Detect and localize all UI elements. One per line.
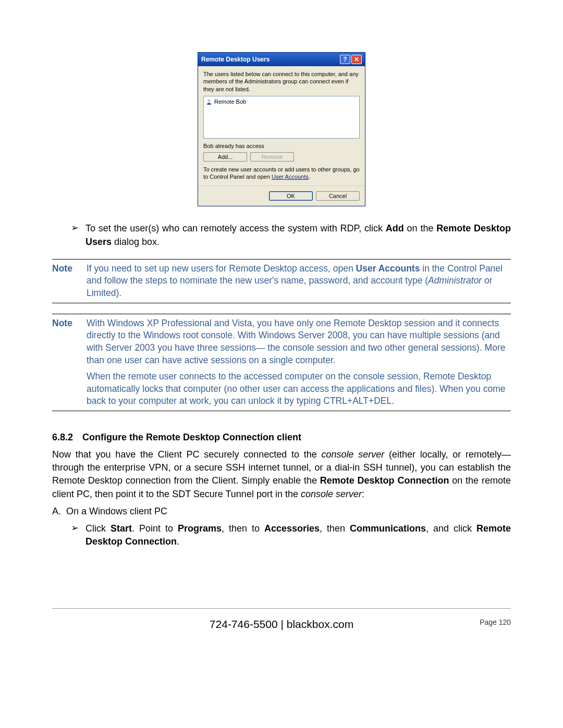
ok-button[interactable]: OK — [269, 191, 313, 201]
bullet-item: ➢ To set the user(s) who can remotely ac… — [71, 222, 511, 248]
page-number: Page 120 — [480, 618, 511, 626]
user-accounts-link[interactable]: User Accounts — [272, 174, 309, 180]
heading-number: 6.8.2 — [52, 432, 73, 443]
footer-contact: 724-746-5500 | blackbox.com — [210, 618, 353, 631]
add-button[interactable]: Add... — [203, 152, 247, 162]
screenshot-dialog: Remote Desktop Users ? ✕ The users liste… — [52, 52, 511, 206]
note-box: Note With Windows XP Professional and Vi… — [52, 314, 511, 411]
access-status: Bob already has access — [203, 143, 360, 149]
close-icon[interactable]: ✕ — [351, 55, 362, 64]
note-box: Note If you need to set up new users for… — [52, 259, 511, 303]
arrow-icon: ➢ — [71, 222, 81, 233]
user-icon — [206, 98, 212, 105]
list-item[interactable]: Remote Bob — [206, 98, 357, 105]
svg-point-0 — [208, 99, 211, 102]
section-heading: 6.8.2 Configure the Remote Desktop Conne… — [52, 432, 511, 443]
dialog-titlebar: Remote Desktop Users ? ✕ — [198, 53, 365, 66]
note-label: Note — [52, 317, 87, 408]
body-paragraph: Now that you have the Client PC securely… — [52, 448, 511, 501]
users-listbox[interactable]: Remote Bob — [203, 96, 360, 139]
dialog-footnote: To create new user accounts or add users… — [203, 166, 360, 181]
dialog-title: Remote Desktop Users — [201, 56, 270, 63]
help-icon[interactable]: ? — [340, 55, 350, 64]
bullet-item: ➢ Click Start. Point to Programs, then t… — [71, 522, 511, 548]
page-footer: 724-746-5500 | blackbox.com Page 120 — [52, 608, 511, 631]
list-item-label: Remote Bob — [214, 98, 246, 105]
arrow-icon: ➢ — [71, 522, 81, 534]
remove-button: Remove — [250, 152, 294, 162]
dialog-description: The users listed below can connect to th… — [203, 70, 360, 93]
note-label: Note — [52, 263, 87, 300]
heading-text: Configure the Remote Desktop Connection … — [82, 432, 301, 443]
note-body: If you need to set up new users for Remo… — [87, 263, 511, 300]
ordered-item-a: A. On a Windows client PC — [52, 506, 511, 517]
cancel-button[interactable]: Cancel — [316, 191, 360, 201]
note-body: With Windows XP Professional and Vista, … — [87, 317, 511, 408]
remote-desktop-users-dialog: Remote Desktop Users ? ✕ The users liste… — [198, 52, 365, 206]
